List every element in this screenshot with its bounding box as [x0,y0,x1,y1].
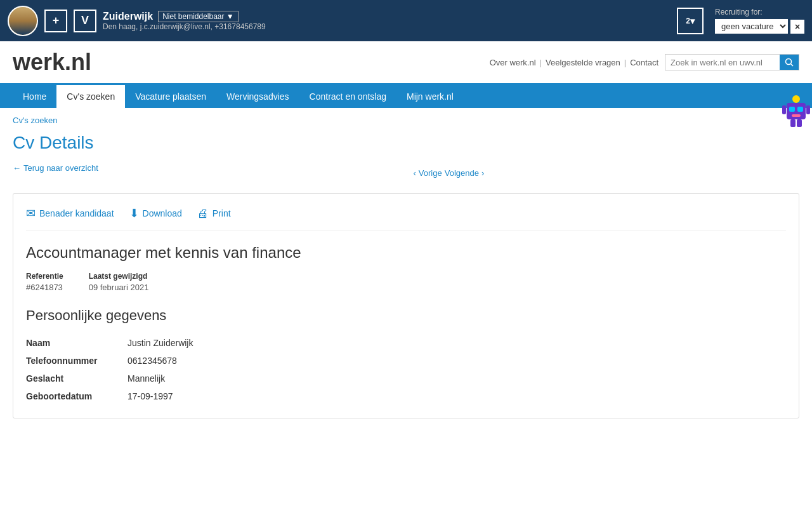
email-icon: ✉ [26,206,36,220]
prev-link[interactable]: Vorige [419,168,442,178]
user-name-row: Zuiderwijk Niet bemiddelbaar ▼ [103,11,671,22]
personal-table: Naam Justin Zuiderwijk Telefoonnummer 06… [26,334,786,405]
print-label: Print [213,208,231,218]
header-right: Over werk.nl | Veelgestelde vragen | Con… [490,54,799,70]
cv-card: ✉ Benader kandidaat ⬇ Download 🖨 Print A… [13,193,799,418]
svg-point-0 [786,59,792,65]
username: Zuiderwijk [103,11,153,22]
faq-link[interactable]: Veelgestelde vragen [546,58,620,67]
page-title: Cv Details [13,133,799,153]
recruiting-label: Recruiting for: [715,8,763,17]
back-link[interactable]: ← Terug naar overzicht [13,163,98,173]
top-bar: + V Zuiderwijk Niet bemiddelbaar ▼ Den h… [0,0,812,41]
robot-icon[interactable] [780,94,812,129]
field-label: Naam [26,334,128,352]
svg-rect-9 [790,119,796,127]
contact-link[interactable]: Contact [630,58,658,67]
search-icon [785,58,794,67]
header-links: Over werk.nl | Veelgestelde vragen | Con… [490,58,658,67]
cv-reference: Referentie #6241873 [26,272,63,292]
recruiting-select[interactable]: geen vacature [715,19,788,34]
modified-label: Laatst gewijzigd [89,272,149,281]
field-label: Telefoonnummer [26,352,128,370]
nav-cvs-zoeken[interactable]: Cv's zoeken [56,85,125,108]
contact-label: Benader kandidaat [39,208,114,218]
breadcrumb[interactable]: Cv's zoeken [13,116,799,125]
table-row: Naam Justin Zuiderwijk [26,334,786,352]
svg-rect-7 [782,105,786,114]
svg-rect-4 [789,107,795,112]
add-button[interactable]: + [44,10,67,32]
svg-line-1 [791,64,794,67]
field-value: Mannelijk [128,370,786,387]
recruiting-section: Recruiting for: geen vacature × [715,8,804,34]
svg-rect-5 [797,107,803,112]
user-details: Den haag, j.c.zuiderwijk@live.nl, +31678… [103,22,671,31]
table-row: Geboortedatum 17-09-1997 [26,387,786,405]
nav-wervingsadvies[interactable]: Wervingsadvies [216,85,299,108]
print-icon: 🖨 [197,207,209,220]
reference-value: #6241873 [26,283,63,292]
field-label: Geslacht [26,370,128,387]
navigation-arrows: ‹ Vorige Volgende › [413,168,484,178]
next-link[interactable]: Volgende [445,168,479,178]
download-link[interactable]: ⬇ Download [129,206,182,220]
download-label: Download [143,208,182,218]
reference-label: Referentie [26,272,63,281]
search-button[interactable] [780,55,799,70]
avatar[interactable] [8,6,38,36]
field-value: Justin Zuiderwijk [128,334,786,352]
svg-rect-6 [792,114,801,117]
field-value: 17-09-1997 [128,387,786,405]
nav-row: ← Terug naar overzicht ‹ Vorige Volgende… [13,163,799,183]
contact-candidate-link[interactable]: ✉ Benader kandidaat [26,206,114,220]
cv-modified: Laatst gewijzigd 09 februari 2021 [89,272,149,292]
main-nav: Home Cv's zoeken Vacature plaatsen Wervi… [0,85,812,108]
svg-rect-8 [806,105,810,114]
table-row: Geslacht Mannelijk [26,370,786,387]
cv-title: Accountmanager met kennis van finance [26,244,786,262]
download-icon: ⬇ [129,206,139,220]
v-button[interactable]: V [74,10,96,32]
modified-value: 09 februari 2021 [89,283,149,292]
nav-vacature[interactable]: Vacature plaatsen [125,85,216,108]
user-info: Zuiderwijk Niet bemiddelbaar ▼ Den haag,… [103,11,671,31]
site-logo[interactable]: werk.nl [13,49,91,76]
back-link-label: Terug naar overzicht [23,163,98,173]
cv-actions: ✉ Benader kandidaat ⬇ Download 🖨 Print [26,206,786,231]
search-box [665,54,799,70]
content: Cv's zoeken Cv Details ← Terug naar over… [0,108,812,426]
svg-point-2 [792,95,800,103]
personal-section-title: Persoonlijke gegevens [26,307,786,324]
cv-meta: Referentie #6241873 Laatst gewijzigd 09 … [26,272,786,292]
table-row: Telefoonnummer 0612345678 [26,352,786,370]
recruiting-select-row: geen vacature × [715,19,804,34]
nav-home[interactable]: Home [13,85,56,108]
search-input[interactable] [665,55,780,70]
status-dropdown[interactable]: Niet bemiddelbaar ▼ [158,11,239,22]
about-link[interactable]: Over werk.nl [490,58,536,67]
print-link[interactable]: 🖨 Print [197,207,231,220]
badge-number[interactable]: 2 ▾ [677,8,704,34]
field-label: Geboortedatum [26,387,128,405]
site-header: werk.nl Over werk.nl | Veelgestelde vrag… [0,41,812,85]
svg-rect-10 [797,119,802,127]
nav-contract[interactable]: Contract en ontslag [299,85,396,108]
field-value: 0612345678 [128,352,786,370]
nav-mijn[interactable]: Mijn werk.nl [396,85,464,108]
recruiting-close-button[interactable]: × [790,20,804,34]
